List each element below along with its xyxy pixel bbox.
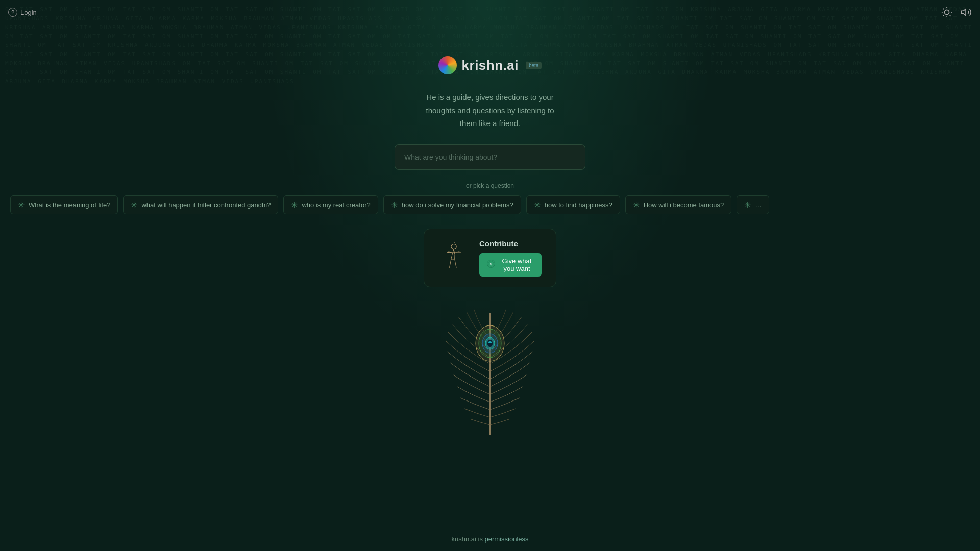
beta-badge: beta (526, 62, 542, 69)
svg-line-4 (950, 15, 950, 16)
svg-point-0 (944, 10, 949, 14)
top-right-icons (941, 7, 972, 18)
sound-button[interactable] (961, 7, 972, 18)
flute-player-image (438, 242, 469, 273)
question-text-more: … (755, 201, 762, 209)
asterisk-icon-6: ✳ (744, 200, 751, 210)
give-btn-label: Give what you want (499, 257, 534, 272)
pick-question-label: or pick a question (466, 182, 514, 189)
question-chip-0[interactable]: ✳ What is the meaning of life? (10, 195, 118, 214)
top-bar: ? Login (0, 0, 980, 24)
app-logo-icon (438, 56, 457, 74)
search-container (395, 144, 585, 170)
question-text-1: what will happen if hitler confronted ga… (141, 201, 271, 209)
coin-icon: $ (486, 259, 496, 270)
brightness-button[interactable] (941, 7, 952, 18)
footer-text: krishn.ai is (451, 535, 484, 543)
search-input[interactable] (395, 144, 585, 170)
asterisk-icon-1: ✳ (131, 200, 137, 210)
svg-line-3 (943, 9, 944, 9)
question-chip-5[interactable]: ✳ How will i become famous? (625, 195, 732, 214)
permissionless-link[interactable]: permissionless (485, 535, 529, 543)
give-what-you-want-button[interactable]: $ Give what you want (479, 253, 542, 277)
question-chip-6[interactable]: ✳ … (737, 195, 769, 214)
asterisk-icon-0: ✳ (18, 200, 24, 210)
svg-text:$: $ (490, 262, 492, 266)
question-text-4: how to find happiness? (545, 201, 612, 209)
asterisk-icon-2: ✳ (291, 200, 298, 210)
app-title: krishn.ai (462, 58, 519, 73)
svg-line-7 (943, 15, 944, 16)
asterisk-icon-5: ✳ (633, 200, 640, 210)
question-text-0: What is the meaning of life? (29, 201, 110, 209)
contribute-box: Contribute $ Give what you want (424, 229, 556, 287)
asterisk-icon-4: ✳ (534, 200, 541, 210)
question-text-3: how do i solve my financial problems? (402, 201, 513, 209)
question-chip-1[interactable]: ✳ what will happen if hitler confronted … (123, 195, 278, 214)
logo-area: krishn.ai beta (438, 56, 542, 74)
question-chip-2[interactable]: ✳ who is my real creator? (283, 195, 378, 214)
question-text-5: How will i become famous? (644, 201, 724, 209)
svg-line-8 (950, 9, 950, 9)
contribute-title: Contribute (479, 239, 542, 248)
svg-marker-9 (962, 9, 966, 16)
question-chip-4[interactable]: ✳ how to find happiness? (526, 195, 620, 214)
peacock-feather (439, 303, 541, 435)
login-button[interactable]: ? Login (8, 8, 37, 17)
footer: krishn.ai is permissionless (451, 535, 528, 543)
svg-point-10 (451, 244, 456, 249)
question-chip-3[interactable]: ✳ how do i solve my financial problems? (383, 195, 521, 214)
login-label: Login (20, 9, 37, 16)
asterisk-icon-3: ✳ (391, 200, 398, 210)
help-icon: ? (8, 8, 17, 17)
contribute-right: Contribute $ Give what you want (479, 239, 542, 277)
main-content: krishn.ai beta He is a guide, gives dire… (0, 0, 980, 551)
question-text-2: who is my real creator? (302, 201, 370, 209)
app-description: He is a guide, gives directions to your … (426, 91, 554, 130)
questions-bar: ✳ What is the meaning of life? ✳ what wi… (0, 195, 980, 214)
